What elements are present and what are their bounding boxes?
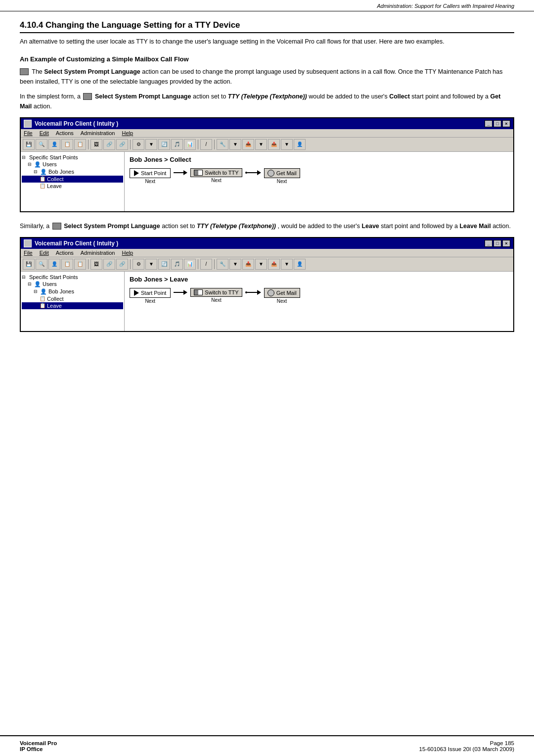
toolbar2-btn-16[interactable]: ▼: [229, 259, 241, 270]
toolbar-btn-21[interactable]: 👤: [294, 139, 306, 150]
switch-tty-box-1: Switch to TTY: [190, 168, 242, 177]
toolbar-btn-8[interactable]: 🔗: [116, 139, 128, 150]
toolbar-btn-15[interactable]: 🔧: [217, 139, 228, 150]
toolbar2-btn-10[interactable]: ▼: [145, 259, 157, 270]
toolbar-btn-2[interactable]: 🔍: [36, 139, 47, 150]
toolbar2-btn-18[interactable]: ▼: [255, 259, 267, 270]
maximize-btn-2[interactable]: □: [493, 240, 501, 247]
menu-admin-2[interactable]: Administration: [81, 250, 115, 256]
toolbar-btn-13[interactable]: 📊: [184, 139, 196, 150]
minimize-btn-1[interactable]: _: [485, 120, 492, 127]
toolbar-btn-14[interactable]: /: [200, 139, 212, 150]
tree2-item-ssp[interactable]: ⊟ Specific Start Points: [22, 274, 123, 281]
menu-actions-1[interactable]: Actions: [56, 130, 74, 136]
tree-item-leave-1[interactable]: 📋 Leave: [22, 183, 123, 189]
small-inline-icon2: [83, 93, 92, 100]
vm-controls-1[interactable]: _ □ ×: [485, 120, 510, 127]
toolbar2-btn-7[interactable]: 🔗: [103, 259, 115, 270]
menu-help-1[interactable]: Help: [122, 130, 133, 136]
toolbar-btn-9[interactable]: ⚙: [133, 139, 144, 150]
get-mail-icon-1: [267, 170, 274, 177]
expand2-icon-ssp: ⊟: [22, 275, 27, 280]
flow-arrow-1: [174, 168, 187, 175]
minimize-btn-2[interactable]: _: [485, 240, 492, 247]
vm-titlebar-left-2: Voicemail Pro Client ( Intuity ): [24, 239, 118, 247]
menu-help-2[interactable]: Help: [122, 250, 133, 256]
toolbar2-btn-12[interactable]: 🎵: [171, 259, 183, 270]
menu-edit-1[interactable]: Edit: [40, 130, 49, 136]
toolbar-btn-7[interactable]: 🔗: [103, 139, 115, 150]
menu-edit-2[interactable]: Edit: [40, 250, 49, 256]
tree2-label-ssp: Specific Start Points: [29, 274, 78, 280]
arrow-line-2: [247, 172, 257, 173]
flow-node-switch-1: Switch to TTY Next: [190, 168, 242, 183]
toolbar2-btn-5[interactable]: 📋: [74, 259, 86, 270]
maximize-btn-1[interactable]: □: [493, 120, 501, 127]
expand-icon-ssp: ⊟: [22, 155, 27, 160]
menu-file-2[interactable]: File: [24, 250, 33, 256]
tree-label-collect: Collect: [47, 176, 64, 182]
expand-icon-bob: ⊟: [34, 169, 39, 174]
play-icon: [134, 170, 139, 176]
toolbar-btn-12[interactable]: 🎵: [171, 139, 183, 150]
toolbar-btn-20[interactable]: ▼: [281, 139, 293, 150]
footer-page: Page 185: [490, 740, 514, 746]
toolbar2-btn-19[interactable]: 📤: [268, 259, 280, 270]
menu-admin-1[interactable]: Administration: [81, 130, 115, 136]
toolbar2-btn-13[interactable]: 📊: [184, 259, 196, 270]
tree-item-bobjones-1[interactable]: ⊟ 👤 Bob Jones: [22, 168, 123, 176]
tree2-item-users[interactable]: ⊟ 👤 Users: [22, 281, 123, 288]
toolbar2-btn-1[interactable]: 💾: [23, 259, 35, 270]
menu-file-1[interactable]: File: [24, 130, 33, 136]
flow-node-start-1: Start Point Next: [130, 168, 171, 184]
toolbar2-btn-20[interactable]: ▼: [281, 259, 293, 270]
subsection2-para1: Similarly, a Select System Prompt Langua…: [20, 221, 514, 231]
menu-actions-2[interactable]: Actions: [56, 250, 74, 256]
toolbar-btn-4[interactable]: 📋: [61, 139, 73, 150]
toolbar2-btn-15[interactable]: 🔧: [217, 259, 228, 270]
toolbar-btn-16[interactable]: ▼: [229, 139, 241, 150]
toolbar2-btn-17[interactable]: 📥: [242, 259, 254, 270]
vm-right-panel-2: Bob Jones > Leave Start Point Next: [125, 272, 513, 331]
tree-item-ssp-1[interactable]: ⊟ Specific Start Points: [22, 154, 123, 161]
leavemail-text: Leave Mail: [459, 223, 490, 230]
toolbar2-btn-11[interactable]: 🔄: [158, 259, 170, 270]
toolbar-btn-3[interactable]: 👤: [48, 139, 60, 150]
tree2-item-leave[interactable]: 📋 Leave: [22, 302, 123, 309]
subsection1-para1: The Select System Prompt Language action…: [20, 67, 514, 87]
close-btn-1[interactable]: ×: [502, 120, 510, 127]
toolbar-btn-5[interactable]: 📋: [74, 139, 86, 150]
flow2-start-box: Start Point: [130, 288, 171, 298]
vm-titlebar-left-1: Voicemail Pro Client ( Intuity ): [24, 120, 118, 128]
vm-body-1: ⊟ Specific Start Points ⊟ 👤 Users ⊟ 👤 Bo…: [21, 152, 513, 211]
tree-item-users-1[interactable]: ⊟ 👤 Users: [22, 161, 123, 168]
close-btn-2[interactable]: ×: [502, 240, 510, 247]
vm-left-panel-1: ⊟ Specific Start Points ⊟ 👤 Users ⊟ 👤 Bo…: [21, 152, 125, 211]
toolbar2-btn-4[interactable]: 📋: [61, 259, 73, 270]
toolbar2-btn-6[interactable]: 🖼: [90, 259, 102, 270]
toolbar2-btn-8[interactable]: 🔗: [116, 259, 128, 270]
toolbar-btn-save-1[interactable]: 💾: [23, 139, 35, 150]
toolbar-btn-17[interactable]: 📥: [242, 139, 254, 150]
toolbar-btn-10[interactable]: ▼: [145, 139, 157, 150]
tree-item-collect-1[interactable]: 📋 Collect: [22, 176, 123, 183]
toolbar2-sep-4: [214, 259, 215, 269]
toolbar-btn-11[interactable]: 🔄: [158, 139, 170, 150]
tree2-item-collect[interactable]: 📋 Collect: [22, 295, 123, 302]
toolbar2-btn-9[interactable]: ⚙: [133, 259, 144, 270]
section-number: 4.10.4: [20, 20, 43, 30]
footer-brand: IP Office: [20, 746, 57, 752]
toolbar-btn-18[interactable]: ▼: [255, 139, 267, 150]
toolbar-btn-19[interactable]: 📤: [268, 139, 280, 150]
toolbar-btn-6[interactable]: 🖼: [90, 139, 102, 150]
tree2-item-bobjones[interactable]: ⊟ 👤 Bob Jones: [22, 288, 123, 295]
toolbar-sep-3: [198, 140, 198, 149]
footer-issue: 15-601063 Issue 20I (03 March 2009): [419, 746, 514, 752]
small-inline-icon: [20, 68, 29, 75]
toolbar2-btn-2[interactable]: 🔍: [36, 259, 47, 270]
tree-label-bob: Bob Jones: [48, 169, 74, 175]
toolbar2-btn-3[interactable]: 👤: [48, 259, 60, 270]
toolbar2-btn-21[interactable]: 👤: [294, 259, 306, 270]
vm-controls-2[interactable]: _ □ ×: [485, 240, 510, 247]
toolbar2-btn-14[interactable]: /: [200, 259, 212, 270]
